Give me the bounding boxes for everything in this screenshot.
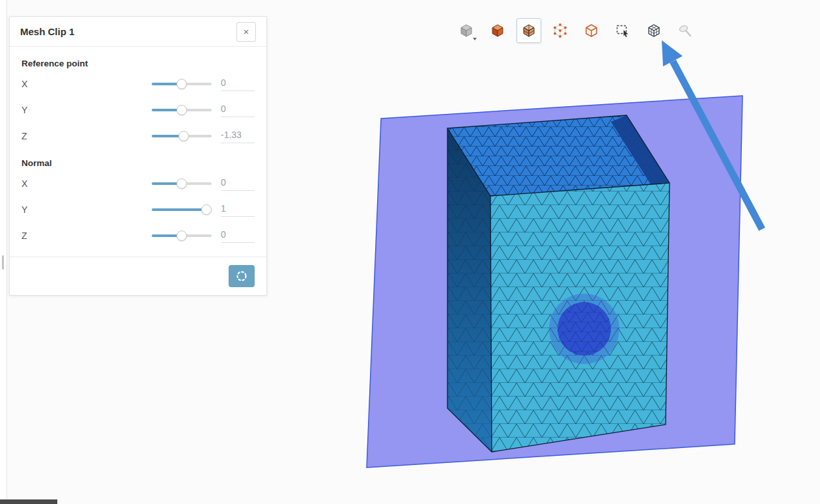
normal-x-value[interactable]: 0 (221, 177, 255, 191)
normal-y-slider[interactable] (152, 204, 212, 216)
normal-label: Normal (21, 158, 255, 168)
mesh-clip-button[interactable] (642, 18, 666, 43)
slider-thumb[interactable] (177, 231, 187, 241)
axis-label-z: Z (21, 231, 48, 241)
axis-label-y: Y (21, 204, 48, 215)
normal-x-row: X 0 (21, 171, 255, 197)
slider-thumb[interactable] (177, 79, 187, 89)
panel-header[interactable]: Mesh Clip 1 × (10, 17, 266, 47)
sidebar-collapsed-rail[interactable] (0, 0, 7, 504)
probe-point-button[interactable] (673, 18, 698, 43)
slider-thumb[interactable] (201, 204, 212, 215)
slider-fill (152, 208, 206, 211)
spinner-icon (235, 270, 248, 283)
surfaces-cube-icon (490, 23, 505, 38)
sidebar-drag-handle[interactable] (2, 255, 4, 270)
app-root: { "panel": { "title": "Mesh Clip 1", "cl… (0, 0, 820, 504)
mesh-clip-cube-icon (646, 23, 662, 38)
mesh-box[interactable] (447, 115, 670, 452)
normal-y-row: Y 1 (21, 197, 255, 223)
viewer-toolbar (454, 18, 698, 43)
probe-icon (677, 23, 693, 38)
reference-y-value[interactable]: 0 (221, 104, 255, 117)
view-surfaces-button[interactable] (485, 18, 510, 43)
reference-point-label: Reference point (21, 59, 255, 68)
normal-x-slider[interactable] (152, 178, 212, 189)
axis-label-x: X (21, 178, 48, 189)
normal-z-slider[interactable] (152, 230, 212, 242)
axis-label-y: Y (21, 105, 48, 115)
dropdown-caret-icon (473, 38, 477, 40)
reference-z-row: Z -1.33 (21, 123, 255, 149)
box-select-button[interactable] (610, 18, 635, 43)
view-wireframe-button[interactable] (579, 18, 604, 43)
normal-y-value[interactable]: 1 (221, 203, 255, 217)
reference-y-slider[interactable] (152, 104, 212, 116)
slider-thumb[interactable] (177, 178, 187, 189)
reference-x-slider[interactable] (152, 78, 212, 90)
axis-label-x: X (21, 79, 48, 89)
reference-z-slider[interactable] (152, 130, 212, 142)
panel-body: Reference point X 0 Y 0 Z (10, 47, 266, 249)
wireframe-cube-icon (584, 23, 599, 38)
axis-label-z: Z (21, 131, 48, 141)
points-cube-icon (552, 23, 568, 38)
solid-cube-icon (459, 23, 474, 38)
surfaces-edges-cube-icon (521, 23, 537, 38)
mesh-clip-panel: Mesh Clip 1 × Reference point X 0 Y 0 Z (9, 16, 267, 296)
box-select-icon (615, 23, 630, 38)
view-surfaces-with-edges-button[interactable] (516, 18, 541, 43)
render-mode-solid-button[interactable] (454, 18, 479, 43)
apply-loading-button[interactable] (229, 265, 255, 287)
reference-x-value[interactable]: 0 (221, 77, 255, 91)
reference-y-row: Y 0 (21, 97, 255, 123)
normal-z-row: Z 0 (21, 223, 255, 249)
close-button[interactable]: × (236, 22, 256, 42)
slider-thumb[interactable] (178, 131, 189, 141)
bottom-panel-edge (0, 499, 57, 504)
reference-z-value[interactable]: -1.33 (221, 130, 255, 143)
panel-title: Mesh Clip 1 (20, 26, 74, 37)
slider-thumb[interactable] (177, 105, 187, 115)
reference-x-row: X 0 (21, 71, 255, 97)
panel-footer (10, 257, 266, 295)
normal-z-value[interactable]: 0 (221, 229, 255, 243)
view-points-button[interactable] (548, 18, 573, 43)
